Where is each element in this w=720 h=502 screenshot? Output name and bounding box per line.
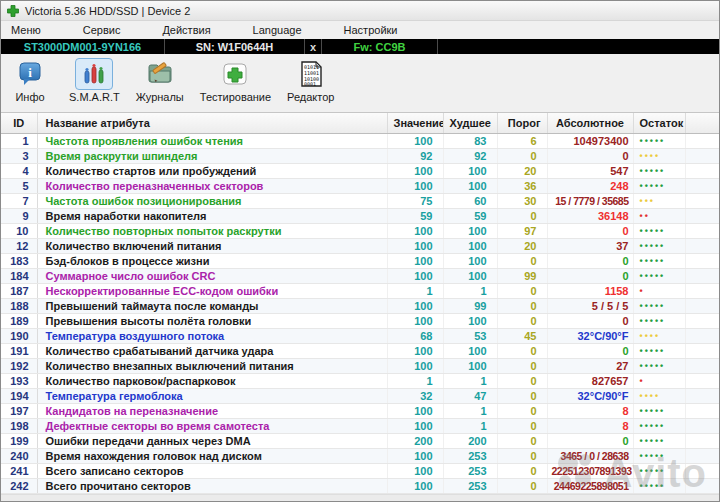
cell-threshold: 0	[497, 434, 547, 449]
table-row-attr-5[interactable]: 5Количество переназначенных секторов1001…	[1, 179, 719, 194]
cell-attribute-name: Бэд-блоков в процессе жизни	[37, 254, 387, 269]
cell-value: 1	[387, 374, 443, 389]
table-row-attr-184[interactable]: 184Суммарное число ошибок CRC100100990••…	[1, 269, 719, 284]
cell-raw-value: 3465 / 0 / 28638	[547, 449, 633, 464]
cell-worst: 1	[443, 404, 497, 419]
cell-health-dots: •••••	[633, 359, 685, 374]
cell-worst: 1	[443, 284, 497, 299]
cell-id: 5	[1, 179, 37, 194]
cell-value: 100	[387, 464, 443, 479]
table-row-attr-12[interactable]: 12Количество включений питания1001002037…	[1, 239, 719, 254]
cell-threshold: 0	[497, 209, 547, 224]
title-bar[interactable]: Victoria 5.36 HDD/SSD | Device 2	[1, 1, 719, 21]
table-row-attr-242[interactable]: 242Всего прочитано секторов1002530244692…	[1, 479, 719, 494]
device-firmware-tab[interactable]: Fw: CC9B	[322, 39, 438, 54]
table-row-attr-194[interactable]: 194Температура гермоблока3247032°C/90°F•…	[1, 389, 719, 404]
cell-threshold: 0	[497, 299, 547, 314]
cell-threshold: 0	[497, 464, 547, 479]
table-row-attr-1[interactable]: 1Частота проявления ошибок чтения1008361…	[1, 134, 719, 149]
cell-threshold: 0	[497, 374, 547, 389]
cell-health-dots: ••••	[633, 149, 685, 164]
cell-raw-value: 27	[547, 359, 633, 374]
cell-health-dots: •••••	[633, 464, 685, 479]
cell-value: 100	[387, 314, 443, 329]
table-row-attr-3[interactable]: 3Время раскрутки шпинделя929200••••	[1, 149, 719, 164]
cell-threshold: 0	[497, 359, 547, 374]
device-model-tab[interactable]: ST3000DM001-9YN166	[1, 39, 165, 54]
cell-health-dots: •••••	[633, 404, 685, 419]
cell-filler	[685, 209, 719, 224]
cell-id: 241	[1, 464, 37, 479]
cell-value: 68	[387, 329, 443, 344]
toolbar-button-smart[interactable]: S.M.A.R.T	[69, 58, 120, 103]
cell-worst: 100	[443, 314, 497, 329]
cell-health-dots: ••	[633, 209, 685, 224]
table-row-attr-4[interactable]: 4Количество стартов или пробуждений10010…	[1, 164, 719, 179]
svg-text:0001: 0001	[304, 81, 316, 87]
cell-health-dots: •••••	[633, 239, 685, 254]
table-row-attr-198[interactable]: 198Дефектные секторы во время самотеста1…	[1, 419, 719, 434]
toolbar-button-editor[interactable]: 0101111001101000001Редактор	[287, 58, 334, 103]
cell-health-dots: •••••	[633, 344, 685, 359]
menu-item-service[interactable]: Сервис	[62, 24, 142, 36]
table-row-attr-183[interactable]: 183Бэд-блоков в процессе жизни10010000••…	[1, 254, 719, 269]
cell-attribute-name: Количество срабатываний датчика удара	[37, 344, 387, 359]
cell-value: 75	[387, 194, 443, 209]
device-bar: ST3000DM001-9YN166 SN: W1F0644H x Fw: CC…	[1, 39, 719, 54]
menu-item-actions[interactable]: Действия	[141, 24, 231, 36]
cell-threshold: 0	[497, 479, 547, 494]
table-row-attr-187[interactable]: 187Нескорректированные ECC-кодом ошибки1…	[1, 284, 719, 299]
cell-worst: 100	[443, 269, 497, 284]
table-row-attr-197[interactable]: 197Кандидатов на переназначение100108•••…	[1, 404, 719, 419]
menu-item-menu[interactable]: Меню	[1, 24, 62, 36]
cell-raw-value: 36148	[547, 209, 633, 224]
cell-id: 184	[1, 269, 37, 284]
cell-threshold: 20	[497, 239, 547, 254]
toolbar-button-info[interactable]: iИнфо	[7, 58, 53, 103]
cell-raw-value: 0	[547, 224, 633, 239]
toolbar: iИнфоS.M.A.R.TЖурналыТестирование0101111…	[1, 54, 719, 113]
cell-worst: 100	[443, 359, 497, 374]
table-row-attr-190[interactable]: 190Температура воздушного потока68534532…	[1, 329, 719, 344]
device-close-button[interactable]: x	[305, 39, 322, 54]
cell-raw-value: 8	[547, 404, 633, 419]
cell-health-dots: •	[633, 374, 685, 389]
table-row-attr-241[interactable]: 241Всего записано секторов10025302225123…	[1, 464, 719, 479]
table-row-attr-193[interactable]: 193Количество парковок/распарковок110827…	[1, 374, 719, 389]
table-row-attr-7[interactable]: 7Частота ошибок позиционирования75603015…	[1, 194, 719, 209]
toolbar-button-journals[interactable]: Журналы	[136, 58, 184, 103]
cell-threshold: 0	[497, 149, 547, 164]
table-row-attr-9[interactable]: 9Время наработки накопителя5959036148••	[1, 209, 719, 224]
cell-health-dots: •••••	[633, 479, 685, 494]
menu-item-language[interactable]: Language	[232, 24, 323, 36]
cell-filler	[685, 269, 719, 284]
cell-worst: 92	[443, 149, 497, 164]
table-header-row: ID Название атрибута Значение Худшее Пор…	[1, 113, 719, 134]
device-serial-tab[interactable]: SN: W1F0644H	[165, 39, 305, 54]
cell-threshold: 97	[497, 224, 547, 239]
cell-health-dots: •	[633, 284, 685, 299]
cell-id: 189	[1, 314, 37, 329]
table-row-attr-189[interactable]: 189Превышения высоты полёта головки10010…	[1, 314, 719, 329]
cell-filler	[685, 344, 719, 359]
cell-health-dots: •••••	[633, 434, 685, 449]
cell-raw-value: 0	[547, 434, 633, 449]
cell-value: 32	[387, 389, 443, 404]
table-row-attr-199[interactable]: 199Ошибки передачи данных через DMA20020…	[1, 434, 719, 449]
table-row-attr-191[interactable]: 191Количество срабатываний датчика удара…	[1, 344, 719, 359]
cell-filler	[685, 314, 719, 329]
toolbar-button-testing[interactable]: Тестирование	[200, 58, 271, 103]
cell-filler	[685, 179, 719, 194]
svg-text:i: i	[28, 65, 32, 80]
table-row-attr-10[interactable]: 10Количество повторных попыток раскрутки…	[1, 224, 719, 239]
menu-item-settings[interactable]: Настройки	[323, 24, 419, 36]
cell-raw-value: 547	[547, 164, 633, 179]
cell-id: 198	[1, 419, 37, 434]
cell-filler	[685, 374, 719, 389]
cell-filler	[685, 254, 719, 269]
table-row-attr-192[interactable]: 192Количество внезапных выключений питан…	[1, 359, 719, 374]
toolbar-label-smart: S.M.A.R.T	[69, 91, 120, 103]
table-row-attr-188[interactable]: 188Превышений таймаута после команды1009…	[1, 299, 719, 314]
table-row-attr-240[interactable]: 240Время нахождения головок над диском10…	[1, 449, 719, 464]
cell-value: 100	[387, 254, 443, 269]
